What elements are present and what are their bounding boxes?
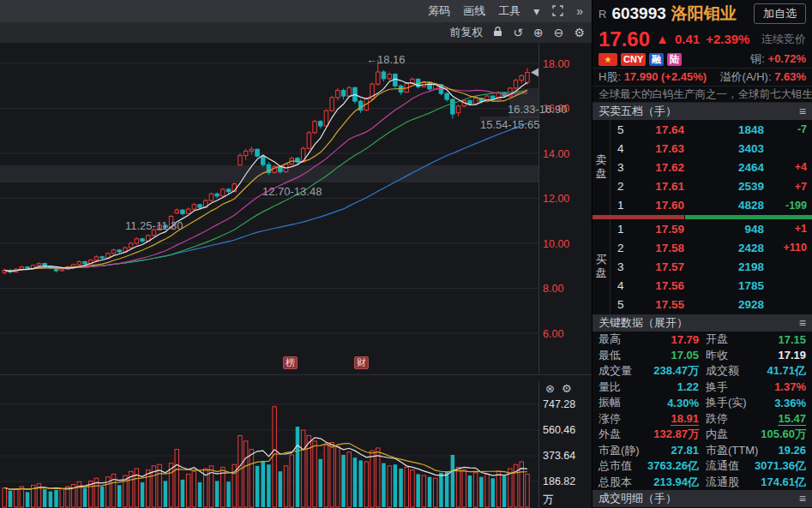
kd-value: 4.30%: [667, 397, 699, 409]
order-book-row[interactable]: 217.612539+7: [611, 177, 812, 196]
price: 17.55: [631, 298, 684, 311]
trade-detail-header[interactable]: 成交明细（手） ≡: [592, 490, 812, 507]
kd-value: 1.22: [677, 380, 699, 393]
delta: +4: [764, 161, 807, 173]
settings-icon[interactable]: ⚙: [574, 27, 585, 39]
kd-label: 涨停: [598, 411, 621, 427]
adjust-mode-label[interactable]: 前复权: [449, 25, 483, 40]
kd-label: 总市值: [598, 458, 632, 474]
margin-badge[interactable]: 融: [649, 53, 664, 66]
level: 3: [617, 161, 631, 174]
side-label: 卖盘: [592, 120, 611, 215]
order-book-row[interactable]: 517.641848-7: [611, 120, 812, 139]
svg-text:14.00: 14.00: [543, 148, 569, 160]
price: 17.62: [631, 161, 684, 174]
price-change: 0.41: [675, 32, 700, 46]
hshare-value: 17.990 (+2.45%): [624, 70, 707, 83]
tab-drawing[interactable]: 画线: [463, 3, 485, 19]
connect-badge[interactable]: 陆: [667, 53, 682, 66]
candlestick-chart[interactable]: 18.0016.0014.0012.0010.008.006.00←18.161…: [0, 43, 592, 381]
kd-value: 17.79: [671, 333, 699, 346]
kd-value: 41.71亿: [767, 363, 806, 379]
premium-value: 7.63%: [774, 70, 806, 83]
svg-text:11.25-11.30: 11.25-11.30: [125, 219, 183, 232]
level: 5: [617, 298, 631, 311]
key-data-row: 量比1.22换手1.37%: [592, 379, 812, 395]
level: 3: [617, 260, 631, 273]
key-data-row: 成交量238.47万成交额41.71亿: [592, 363, 812, 380]
premium-label: 溢价(A/H):: [720, 70, 772, 83]
price: 17.60: [631, 199, 684, 212]
order-book-row[interactable]: 317.622464+4: [611, 158, 812, 176]
volume-chart[interactable]: 747.28560.46373.64186.82万: [0, 381, 592, 508]
svg-text:16.33-16.90: 16.33-16.90: [508, 103, 567, 116]
delta: +1: [764, 223, 807, 235]
order-book-row[interactable]: 417.561785: [611, 277, 812, 296]
fullscreen-icon[interactable]: [552, 5, 563, 18]
kd-value: 3763.26亿: [647, 458, 699, 474]
zoom-out-icon[interactable]: ⊖: [554, 27, 564, 39]
related-label: 铜:: [750, 52, 765, 65]
kd-value: 3.36%: [774, 397, 806, 409]
key-data-row: 外盘132.87万内盘105.60万: [592, 427, 812, 443]
key-data-header[interactable]: 关键数据（展开） ≡: [592, 314, 812, 332]
hshare-row: H股: 17.990 (+2.45%) 溢价(A/H): 7.63%: [592, 69, 812, 87]
add-watchlist-button[interactable]: 加自选: [754, 3, 806, 24]
undo-icon[interactable]: ↺: [513, 27, 523, 39]
kd-value: 15.47: [778, 412, 806, 426]
chart-toolbar-top: 筹码 画线 工具 ▾ »: [0, 0, 592, 22]
svg-text:12.00: 12.00: [543, 193, 569, 205]
svg-text:6.00: 6.00: [543, 328, 563, 340]
menu-icon[interactable]: ≡: [799, 105, 806, 118]
menu-icon[interactable]: ≡: [799, 492, 806, 505]
lock-icon[interactable]: [493, 27, 502, 39]
order-book-title: 买卖五档（手）: [598, 104, 677, 119]
chart-toolbar-sub: 前复权 ↺ ⊕ ⊖ ⚙: [0, 22, 592, 43]
svg-text:747.28: 747.28: [543, 398, 575, 410]
price: 17.61: [631, 180, 684, 193]
price: 17.56: [631, 279, 684, 292]
key-data-title: 关键数据（展开）: [598, 315, 688, 331]
hshare-label: H股:: [598, 70, 621, 83]
key-data-row: 涨停18.91跌停15.47: [592, 410, 812, 427]
key-data-row: 市盈(静)27.81市盈(TTM)19.26: [592, 442, 812, 458]
event-marker[interactable]: 财: [354, 356, 369, 369]
volume: 2928: [684, 298, 764, 311]
svg-text:560.46: 560.46: [543, 424, 575, 436]
order-book-row[interactable]: 317.572198: [611, 257, 812, 276]
tab-tools[interactable]: 工具: [498, 3, 520, 19]
kd-value: 132.87万: [653, 427, 699, 442]
quote-panel: R 603993 洛阳钼业 加自选 17.60 ▲ 0.41 +2.39% 连续…: [592, 0, 812, 508]
order-book-header[interactable]: 买卖五档（手） ≡: [592, 103, 812, 120]
order-book-row[interactable]: 517.552928: [611, 296, 812, 314]
level: 5: [617, 123, 631, 136]
svg-text:10.00: 10.00: [543, 238, 569, 250]
kd-value: 17.19: [778, 349, 806, 362]
stock-code: 603993: [611, 4, 665, 23]
kd-label: 市盈(静): [598, 443, 640, 458]
sell-levels: 卖盘517.641848-7417.633403317.622464+4217.…: [592, 120, 812, 215]
badges-row: ★ CNY 融 陆 铜: +0.72%: [592, 51, 812, 69]
menu-icon[interactable]: ≡: [799, 316, 806, 330]
cny-badge[interactable]: CNY: [621, 53, 646, 66]
cn-flag-icon: ★: [598, 53, 617, 66]
svg-text:8.00: 8.00: [543, 283, 563, 295]
order-book-row[interactable]: 117.604828-199: [611, 196, 812, 215]
price: 17.64: [631, 123, 684, 136]
kd-label: 量比: [598, 380, 621, 395]
order-book-row[interactable]: 217.582428+110: [611, 238, 812, 257]
kd-value: 17.15: [778, 333, 806, 346]
more-icon[interactable]: »: [576, 5, 583, 17]
tab-chips[interactable]: 筹码: [428, 3, 450, 19]
kd-label: 总股本: [598, 475, 632, 490]
order-book-row[interactable]: 117.59948+1: [611, 219, 812, 238]
volume: 2428: [684, 242, 764, 254]
company-description[interactable]: 全球最大的白钨生产商之一，全球前七大钼生...: [592, 87, 812, 103]
volume: 3403: [684, 142, 764, 155]
volume: 1785: [684, 279, 764, 292]
order-book-row[interactable]: 417.633403: [611, 139, 812, 158]
related-quote[interactable]: 铜: +0.72%: [750, 51, 806, 67]
event-marker[interactable]: 榜: [283, 356, 298, 369]
chevron-down-icon[interactable]: ▾: [533, 5, 539, 17]
zoom-in-icon[interactable]: ⊕: [533, 27, 544, 39]
